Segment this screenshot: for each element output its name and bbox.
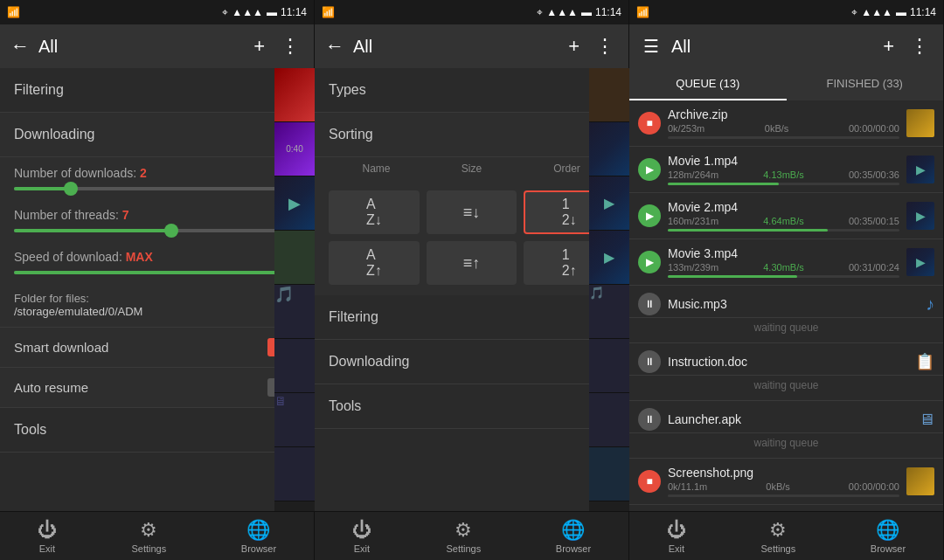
add-button-3[interactable]: +: [879, 31, 898, 61]
list-item[interactable]: ⏸ Launcher.apk 🖥 waiting queue: [629, 401, 943, 459]
status-left-2: 📶: [322, 6, 335, 18]
list-item[interactable]: ▶ Movie 3.mp4 133m/239m 4.30mB/s 00:31/0…: [629, 239, 943, 286]
tools-label-2: Tools: [329, 398, 361, 414]
browser-button-3[interactable]: 🌐 Browser: [871, 519, 906, 554]
dl-item-doc[interactable]: ⏸ Instruction.doc 📋: [629, 343, 943, 376]
add-button-2[interactable]: +: [565, 31, 583, 61]
menu-button-3[interactable]: ☰: [640, 32, 663, 60]
settings-button-1[interactable]: ⚙ Settings: [131, 519, 166, 554]
folder-setting[interactable]: Folder for files: /storage/emulated/0/AD…: [0, 283, 314, 328]
dl-speed-movie3: 4.30mB/s: [763, 262, 803, 273]
dl-time-screenshot: 00:00/00:00: [849, 481, 899, 492]
signal-bars-icon-2: ▲▲▲: [546, 6, 578, 18]
toolbar-title-1: All: [38, 37, 241, 57]
power-icon-2: ⏻: [352, 519, 371, 542]
more-button-3[interactable]: ⋮: [906, 31, 933, 61]
dl-item-apk[interactable]: ⏸ Launcher.apk 🖥: [629, 401, 943, 433]
progress-fill-movie3: [668, 275, 797, 278]
list-item[interactable]: ■ Screenshot.png 0k/11.1m 0kB/s 00:00/00…: [629, 459, 943, 505]
browser-button-1[interactable]: 🌐 Browser: [241, 519, 276, 554]
strip-item-p2-7: [589, 393, 629, 447]
status-right-2: ⌖ ▲▲▲ ▬ 11:14: [537, 6, 621, 18]
list-item[interactable]: ⏸ Music.mp3 ♪ waiting queue: [629, 286, 943, 343]
time-display-1: 11:14: [281, 6, 307, 18]
dl-item-screenshot[interactable]: ■ Screenshot.png 0k/11.1m 0kB/s 00:00/00…: [629, 459, 943, 505]
dl-item-movie2[interactable]: ▶ Movie 2.mp4 160m/231m 4.64mB/s 00:35/0…: [629, 193, 943, 239]
speed-slider[interactable]: [14, 271, 300, 274]
dl-progress-movie1: 128m/264m 4.13mB/s 00:35/00:36: [668, 169, 899, 180]
sort-az-asc[interactable]: AZ↑: [329, 241, 420, 285]
progress-bar-screenshot: [668, 494, 899, 497]
downloading-section[interactable]: Downloading ∧: [0, 113, 314, 157]
status-left-1: 📶: [7, 6, 20, 18]
list-item[interactable]: ▶ Movie 1.mp4 128m/264m 4.13mB/s 00:35/0…: [629, 147, 943, 193]
list-item[interactable]: ⏸ Instruction.doc 📋 waiting queue: [629, 343, 943, 401]
num-downloads-thumb[interactable]: [64, 182, 78, 196]
browser-label-1: Browser: [241, 543, 276, 554]
auto-resume-label: Auto resume: [14, 380, 88, 395]
exit-label-1: Exit: [39, 543, 55, 554]
thumb-movie2: ▶: [906, 202, 934, 230]
az-asc-icon: AZ↑: [366, 247, 382, 279]
folder-label: Folder for files:: [14, 292, 300, 305]
tab-queue[interactable]: QUEUE (13): [629, 68, 787, 100]
back-button-1[interactable]: ←: [10, 35, 30, 58]
types-label: Types: [329, 82, 366, 98]
exit-label-3: Exit: [669, 543, 684, 554]
tools-section-2[interactable]: Tools ∨: [315, 384, 628, 429]
settings-label-3: Settings: [760, 543, 795, 554]
pause-icon-doc: ⏸: [638, 350, 661, 373]
dl-name-screenshot: Screenshot.png: [668, 466, 899, 480]
exit-button-2[interactable]: ⏻ Exit: [352, 519, 371, 554]
waiting-text-music: waiting queue: [638, 320, 934, 335]
strip-item-p2-3: ▶: [589, 176, 629, 231]
sort-size-asc[interactable]: ≡↑: [427, 241, 517, 285]
dl-sizes-movie2: 160m/231m: [668, 216, 718, 226]
filtering-section[interactable]: Filtering ∨: [0, 68, 314, 113]
thumb-movie3: ▶: [906, 248, 934, 276]
browser-button-2[interactable]: 🌐 Browser: [556, 519, 591, 554]
num-downloads-slider[interactable]: [14, 187, 300, 190]
strip-item-7: 🖥: [274, 393, 315, 447]
bottom-bar-2: ⏻ Exit ⚙ Settings 🌐 Browser: [315, 511, 628, 560]
exit-button-3[interactable]: ⏻ Exit: [667, 519, 686, 554]
downloading-label-2: Downloading: [329, 354, 410, 370]
list-item[interactable]: ▶ Movie 2.mp4 160m/231m 4.64mB/s 00:35/0…: [629, 193, 943, 239]
sim-icon: 📶: [7, 6, 20, 18]
sort-options-grid: AZ↓ ≡↓ 12↓ AZ↑ ≡↑ 12↑: [315, 180, 628, 295]
dl-name-movie1: Movie 1.mp4: [668, 154, 899, 168]
types-section[interactable]: Types ∨: [315, 68, 628, 113]
num-threads-thumb[interactable]: [164, 224, 178, 238]
waiting-text-apk: waiting queue: [638, 435, 934, 451]
more-button-1[interactable]: ⋮: [277, 31, 303, 61]
auto-resume-row: Auto resume Off: [0, 368, 314, 408]
filtering-section-2[interactable]: Filtering ∨: [315, 295, 628, 340]
sort-size-desc[interactable]: ≡↓: [427, 190, 517, 234]
tools-section-1[interactable]: Tools ∨: [0, 408, 314, 453]
sorting-section[interactable]: Sorting ∧: [315, 113, 628, 157]
settings-button-3[interactable]: ⚙ Settings: [760, 519, 795, 554]
dl-wait-doc: waiting queue: [629, 376, 943, 401]
thumb-movie1: ▶: [906, 156, 934, 183]
sort-az-desc[interactable]: AZ↓: [329, 190, 420, 234]
dl-name-music: Music.mp3: [668, 297, 919, 311]
add-button-1[interactable]: +: [250, 31, 268, 61]
dl-item-movie1[interactable]: ▶ Movie 1.mp4 128m/264m 4.13mB/s 00:35/0…: [629, 147, 943, 193]
num-threads-label: Number of threads: 7: [14, 208, 300, 222]
downloading-section-2[interactable]: Downloading ∨: [315, 340, 628, 384]
num-threads-slider[interactable]: [14, 229, 300, 232]
gear-icon-1: ⚙: [140, 519, 157, 542]
stop-icon-screenshot: ■: [638, 470, 661, 493]
tab-finished[interactable]: FINISHED (33): [787, 68, 944, 100]
power-icon-1: ⏻: [38, 519, 57, 542]
dl-item-movie3[interactable]: ▶ Movie 3.mp4 133m/239m 4.30mB/s 00:31/0…: [629, 239, 943, 286]
dl-item-archive[interactable]: ■ Archive.zip 0k/253m 0kB/s 00:00/00:00: [629, 100, 943, 147]
settings-button-2[interactable]: ⚙ Settings: [446, 519, 481, 554]
back-button-2[interactable]: ←: [325, 35, 344, 58]
exit-button-1[interactable]: ⏻ Exit: [38, 519, 57, 554]
more-button-2[interactable]: ⋮: [592, 31, 618, 61]
dl-item-music[interactable]: ⏸ Music.mp3 ♪: [629, 286, 943, 318]
list-item[interactable]: ■ Archive.zip 0k/253m 0kB/s 00:00/00:00: [629, 100, 943, 147]
settings-scroll-area: Filtering ∨ Downloading ∧ Number of down…: [0, 68, 314, 511]
status-bar-3: 📶 ⌖ ▲▲▲ ▬ 11:14: [629, 0, 943, 24]
